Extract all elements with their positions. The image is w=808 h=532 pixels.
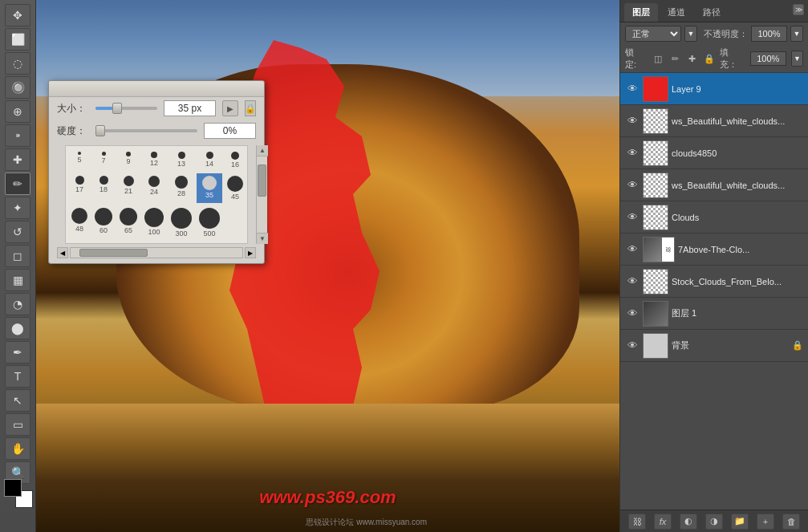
eyedropper-tool[interactable]: ⁍ xyxy=(5,124,30,147)
spot-healing-tool[interactable]: ✚ xyxy=(5,148,30,171)
opacity-arrow[interactable]: ▼ xyxy=(790,26,803,42)
crop-tool[interactable]: ⊕ xyxy=(5,100,30,123)
rectangular-marquee[interactable]: ⬜ xyxy=(5,28,30,51)
new-layer-button[interactable]: + xyxy=(757,514,774,530)
fill-arrow[interactable]: ▼ xyxy=(791,51,803,67)
path-select-tool[interactable]: ↖ xyxy=(5,389,30,412)
fill-input[interactable]: 100% xyxy=(750,51,786,66)
lock-image-btn[interactable]: ✏ xyxy=(669,52,681,65)
group-button[interactable]: 📁 xyxy=(731,514,749,530)
layer-name-7above: 7Above-The-Clo... xyxy=(678,245,803,254)
layer-thumb-group-7above: ⛓ xyxy=(643,237,675,262)
lock-label: 锁定: xyxy=(625,47,644,71)
adjustment-button[interactable]: ◑ xyxy=(705,514,723,530)
layer-visibility-ws-clouds1[interactable]: 👁 xyxy=(625,114,639,128)
opacity-input[interactable]: 100% xyxy=(751,26,787,42)
text-tool[interactable]: T xyxy=(5,365,30,388)
lock-all-btn[interactable]: 🔒 xyxy=(703,52,715,65)
preset-14[interactable]: 14 xyxy=(197,149,222,171)
preset-21[interactable]: 21 xyxy=(117,173,140,203)
tab-layers[interactable]: 图层 xyxy=(624,3,658,22)
hardness-slider-thumb[interactable] xyxy=(95,125,105,136)
clone-stamp-tool[interactable]: ✦ xyxy=(5,197,30,219)
shape-tool[interactable]: ▭ xyxy=(5,413,30,436)
blend-arrow[interactable]: ▼ xyxy=(684,26,697,42)
preset-28[interactable]: 28 xyxy=(169,173,194,203)
layer-item-clouds[interactable]: 👁 Clouds xyxy=(620,201,808,234)
link-layers-button[interactable]: ⛓ xyxy=(628,514,646,530)
foreground-color-swatch[interactable] xyxy=(4,479,22,497)
hardness-value[interactable]: 0% xyxy=(204,123,256,139)
scroll-right-arrow[interactable]: ▶ xyxy=(245,247,256,258)
layer-visibility-stock-clouds[interactable]: 👁 xyxy=(625,274,639,289)
eraser-tool[interactable]: ◻ xyxy=(5,245,30,267)
move-tool[interactable]: ✥ xyxy=(5,4,30,26)
preset-300[interactable]: 300 xyxy=(169,205,194,240)
size-arrow-button[interactable]: ▶ xyxy=(222,100,238,116)
layer-item-stock-clouds[interactable]: 👁 Stock_Clouds_From_Belo... xyxy=(620,266,808,298)
brush-preset-scrollbar[interactable]: ▲ ▼ xyxy=(256,145,267,244)
hardness-slider-track[interactable] xyxy=(95,129,197,132)
layer-item-layer1[interactable]: 👁 图层 1 xyxy=(620,298,808,330)
layer-item-ws-clouds2[interactable]: 👁 ws_Beautiful_white_clouds... xyxy=(620,169,808,201)
h-scroll-thumb[interactable] xyxy=(79,249,148,257)
preset-9[interactable]: 9 xyxy=(117,149,140,171)
gradient-tool[interactable]: ▦ xyxy=(5,269,30,291)
lock-position-btn[interactable]: ✚ xyxy=(686,52,698,65)
tab-paths[interactable]: 路径 xyxy=(695,3,729,22)
brush-tool[interactable]: ✏ xyxy=(5,173,30,195)
layer-visibility-clouds[interactable]: 👁 xyxy=(625,210,639,225)
preset-12[interactable]: 12 xyxy=(142,149,166,171)
layer-visibility-clouds4850[interactable]: 👁 xyxy=(625,146,639,160)
scroll-thumb[interactable] xyxy=(258,164,266,197)
panel-collapse-button[interactable]: ≫ xyxy=(793,4,804,15)
scroll-up-arrow[interactable]: ▲ xyxy=(257,145,268,156)
add-mask-button[interactable]: ◐ xyxy=(680,514,697,530)
history-brush-tool[interactable]: ↺ xyxy=(5,221,30,243)
delete-layer-button[interactable]: 🗑 xyxy=(782,514,800,530)
preset-65[interactable]: 65 xyxy=(117,205,140,240)
preset-35[interactable]: 35 xyxy=(197,173,222,203)
color-swatches[interactable] xyxy=(4,479,33,508)
lasso-tool[interactable]: ◌ xyxy=(5,52,30,75)
dodge-tool[interactable]: ⬤ xyxy=(5,317,30,339)
preset-16[interactable]: 16 xyxy=(225,149,246,171)
preset-60[interactable]: 60 xyxy=(92,205,115,240)
layer-item-7above[interactable]: 👁 ⛓ 7Above-The-Clo... xyxy=(620,234,808,266)
preset-5[interactable]: 5 xyxy=(69,149,90,171)
blur-tool[interactable]: ◔ xyxy=(5,293,30,315)
layer-visibility-ws-clouds2[interactable]: 👁 xyxy=(625,178,639,193)
preset-45[interactable]: 45 xyxy=(225,173,246,203)
preset-17[interactable]: 17 xyxy=(69,173,90,203)
size-lock-button[interactable]: 🔒 xyxy=(245,100,256,116)
layer-visibility-layer1[interactable]: 👁 xyxy=(625,307,639,321)
pen-tool[interactable]: ✒ xyxy=(5,341,30,363)
preset-13[interactable]: 13 xyxy=(169,149,194,171)
preset-500[interactable]: 500 xyxy=(197,205,222,240)
preset-7[interactable]: 7 xyxy=(92,149,115,171)
layer-item-clouds4850[interactable]: 👁 clouds4850 xyxy=(620,137,808,169)
preset-48[interactable]: 48 xyxy=(69,205,90,240)
tab-channels[interactable]: 通道 xyxy=(660,3,693,22)
size-slider-track[interactable] xyxy=(95,107,157,110)
layer-visibility-7above[interactable]: 👁 xyxy=(625,242,639,257)
preset-100[interactable]: 100 xyxy=(142,205,166,240)
layer-item-layer9[interactable]: 👁 Layer 9 xyxy=(620,73,808,105)
preset-24[interactable]: 24 xyxy=(142,173,166,203)
scroll-left-arrow[interactable]: ◀ xyxy=(57,247,68,258)
layer-item-background[interactable]: 👁 背景 🔒 xyxy=(620,330,808,362)
hand-tool[interactable]: ✋ xyxy=(5,437,30,460)
size-slider-thumb[interactable] xyxy=(112,103,122,114)
layer-visibility-layer9[interactable]: 👁 xyxy=(625,82,639,96)
opacity-label: 不透明度： xyxy=(704,28,748,40)
scroll-down-arrow[interactable]: ▼ xyxy=(257,233,268,244)
quick-select-tool[interactable]: 🔘 xyxy=(5,76,30,99)
brush-size-row: 大小： 35 px ▶ 🔒 xyxy=(49,97,264,120)
layer-visibility-background[interactable]: 👁 xyxy=(625,339,639,353)
fx-button[interactable]: fx xyxy=(654,514,672,530)
blend-mode-select[interactable]: 正常 xyxy=(625,26,681,42)
preset-18[interactable]: 18 xyxy=(92,173,115,203)
layer-item-ws-clouds1[interactable]: 👁 ws_Beautiful_white_clouds... xyxy=(620,105,808,137)
lock-transparent-btn[interactable]: ◫ xyxy=(652,52,664,65)
size-value[interactable]: 35 px xyxy=(164,100,216,116)
